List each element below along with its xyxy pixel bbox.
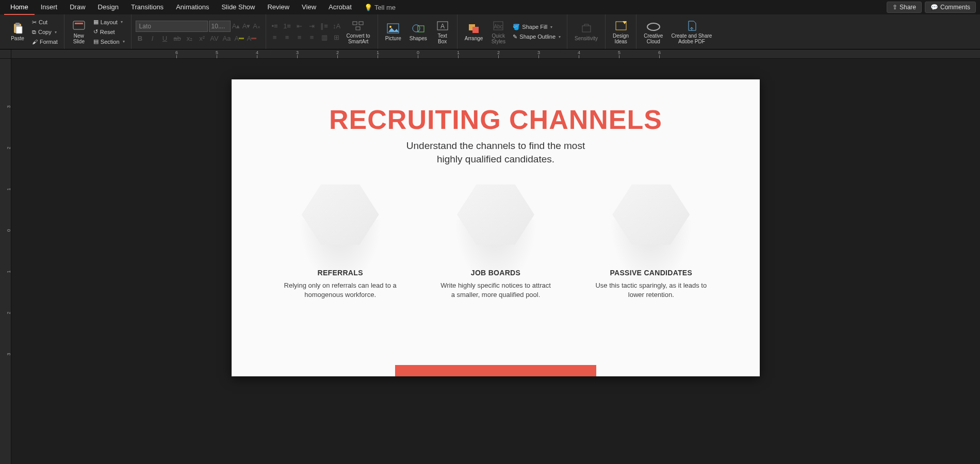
hexagon-shape[interactable] xyxy=(584,181,718,269)
section-label: Section xyxy=(101,39,120,45)
line-spacing-button[interactable]: ‖≡ xyxy=(320,22,329,31)
textbox-button[interactable]: A Text Box xyxy=(432,19,453,45)
bullets-button[interactable]: •≡ xyxy=(270,22,280,31)
creative-cloud-button[interactable]: Creative Cloud xyxy=(641,19,666,45)
hexagon-shape[interactable] xyxy=(429,181,563,269)
textbox-label: Text Box xyxy=(438,33,447,44)
arrange-button[interactable]: Arrange xyxy=(462,21,486,42)
layout-label: Layout xyxy=(101,19,118,25)
ruler-tick: 3 xyxy=(6,105,11,108)
picture-icon xyxy=(386,22,400,35)
ribbon-clipboard: Paste ✂Cut ⧉Copy▾ 🖌Format xyxy=(3,14,64,49)
menu-design[interactable]: Design xyxy=(92,0,125,15)
quick-styles-button[interactable]: Abc Quick Styles xyxy=(488,19,509,45)
change-case-button[interactable]: Aa xyxy=(222,34,232,43)
picture-button[interactable]: Picture xyxy=(382,21,404,42)
shape-fill-button[interactable]: 🪣Shape Fill▾ xyxy=(511,23,563,31)
accent-bar[interactable] xyxy=(395,365,596,376)
indent-dec-button[interactable]: ⇤ xyxy=(295,22,304,31)
design-ideas-button[interactable]: Design Ideas xyxy=(610,19,632,45)
svg-rect-7 xyxy=(356,27,360,30)
slide-subtitle[interactable]: Understand the channels to find the most… xyxy=(232,139,760,165)
strike-button[interactable]: ab xyxy=(173,34,182,43)
workspace: 6 5 4 3 2 1 0 1 2 3 4 5 6 3 2 1 0 1 2 3 … xyxy=(0,49,980,464)
ruler-tick: 2 xyxy=(497,50,500,55)
clear-format-icon[interactable]: Aₓ xyxy=(252,22,262,31)
justify-button[interactable]: ≡ xyxy=(307,33,317,42)
arrange-label: Arrange xyxy=(465,36,483,41)
creative-cloud-label: Creative Cloud xyxy=(644,33,663,44)
tell-me[interactable]: 💡 Tell me xyxy=(364,0,396,15)
align-right-button[interactable]: ≡ xyxy=(295,33,304,42)
subscript-button[interactable]: x₂ xyxy=(185,34,194,43)
menu-slideshow[interactable]: Slide Show xyxy=(215,0,261,15)
horizontal-ruler[interactable]: 6 5 4 3 2 1 0 1 2 3 4 5 6 xyxy=(11,49,980,59)
shape-outline-button[interactable]: ✎Shape Outline▾ xyxy=(511,32,563,41)
comments-button[interactable]: 💬 Comments xyxy=(925,2,976,13)
menu-draw[interactable]: Draw xyxy=(63,0,91,15)
superscript-button[interactable]: x² xyxy=(198,34,207,43)
shapes-button[interactable]: Shapes xyxy=(406,21,430,42)
columns-button[interactable]: ▥ xyxy=(320,33,329,42)
ribbon-insert: Picture Shapes A Text Box xyxy=(378,14,458,49)
copy-button[interactable]: ⧉Copy▾ xyxy=(30,28,60,37)
shapes-icon xyxy=(411,22,426,35)
char-spacing-button[interactable]: AV xyxy=(210,34,219,43)
ruler-tick: 0 xyxy=(6,229,11,231)
menu-home[interactable]: Home xyxy=(4,0,35,15)
slide-canvas[interactable]: RECRUITING CHANNELS Understand the chann… xyxy=(11,59,980,464)
menu-animations[interactable]: Animations xyxy=(170,0,215,15)
menu-insert[interactable]: Insert xyxy=(35,0,64,15)
align-left-button[interactable]: ≡ xyxy=(270,33,280,42)
svg-rect-15 xyxy=(472,27,479,33)
scissors-icon: ✂ xyxy=(32,19,37,26)
comments-label: Comments xyxy=(940,4,970,11)
share-button[interactable]: ⇪ Share xyxy=(887,2,922,13)
format-painter-button[interactable]: 🖌Format xyxy=(30,38,60,46)
cut-button[interactable]: ✂Cut xyxy=(30,18,60,27)
menu-transitions[interactable]: Transitions xyxy=(125,0,170,15)
ruler-tick: 3 xyxy=(296,50,299,55)
indent-inc-button[interactable]: ⇥ xyxy=(307,22,317,31)
slide-column[interactable]: PASSIVE CANDIDATES Use this tactic spari… xyxy=(584,181,718,299)
underline-button[interactable]: U xyxy=(160,34,170,43)
menu-right: ⇪ Share 💬 Comments xyxy=(887,2,976,13)
align-text-button[interactable]: ⊞ xyxy=(332,33,341,42)
paste-button[interactable]: Paste xyxy=(7,21,28,42)
ribbon: Paste ✂Cut ⧉Copy▾ 🖌Format New Slide ▦Lay… xyxy=(0,14,980,49)
new-slide-button[interactable]: New Slide xyxy=(69,19,89,45)
svg-text:A: A xyxy=(440,23,445,30)
slide-column[interactable]: JOB BOARDS Write highly specific notices… xyxy=(429,181,563,299)
format-label: Format xyxy=(40,39,58,45)
decrease-font-icon[interactable]: A▾ xyxy=(242,22,251,31)
paste-icon xyxy=(10,22,25,35)
vertical-ruler[interactable]: 3 2 1 0 1 2 3 xyxy=(0,59,11,464)
align-center-button[interactable]: ≡ xyxy=(283,33,292,42)
adobe-pdf-button[interactable]: Create and Share Adobe PDF xyxy=(668,19,715,45)
menu-view[interactable]: View xyxy=(296,0,322,15)
ruler-tick: 4 xyxy=(578,50,580,55)
text-direction-button[interactable]: ↕A xyxy=(332,22,341,31)
sensitivity-button[interactable]: Sensitivity xyxy=(571,21,601,42)
bold-button[interactable]: B xyxy=(136,34,145,43)
section-button[interactable]: ▤Section▾ xyxy=(91,37,127,46)
font-color-button[interactable]: A xyxy=(247,34,256,43)
convert-smartart-button[interactable]: Convert to SmartArt xyxy=(344,19,373,45)
menu-review[interactable]: Review xyxy=(261,0,296,15)
ruler-tick: 4 xyxy=(256,50,258,55)
italic-button[interactable]: I xyxy=(148,34,157,43)
hexagon-shape[interactable] xyxy=(273,181,407,269)
svg-point-20 xyxy=(647,23,660,30)
increase-font-icon[interactable]: A▴ xyxy=(232,22,241,31)
ribbon-slides: New Slide ▦Layout▾ ↺Reset ▤Section▾ xyxy=(64,14,132,49)
highlight-button[interactable]: A xyxy=(235,34,244,43)
slide-title[interactable]: RECRUITING CHANNELS xyxy=(232,104,760,135)
reset-button[interactable]: ↺Reset xyxy=(91,27,127,36)
numbering-button[interactable]: 1≡ xyxy=(283,22,292,31)
font-family-select[interactable] xyxy=(136,21,208,32)
slide-column[interactable]: REFERRALS Relying only on referrals can … xyxy=(273,181,407,299)
menu-acrobat[interactable]: Acrobat xyxy=(322,0,358,15)
slide[interactable]: RECRUITING CHANNELS Understand the chann… xyxy=(232,79,760,376)
font-size-select[interactable] xyxy=(209,21,231,32)
layout-button[interactable]: ▦Layout▾ xyxy=(91,18,127,26)
